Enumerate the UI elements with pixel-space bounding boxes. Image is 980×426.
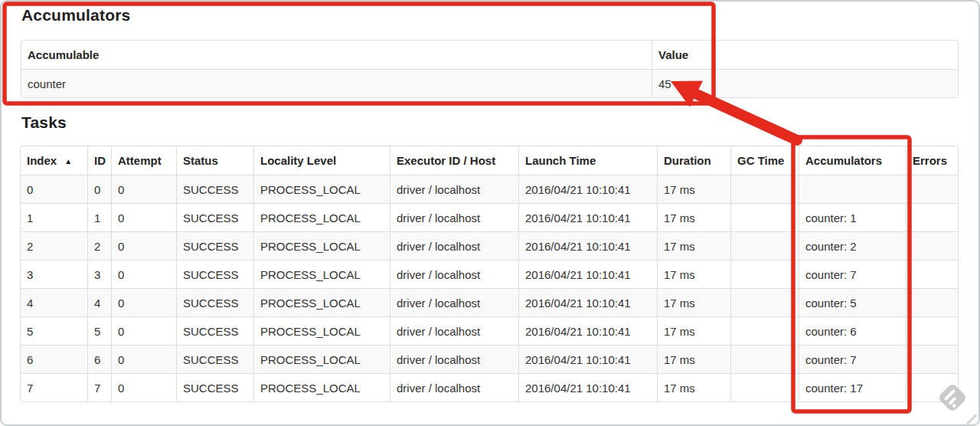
table-cell: 0 (87, 175, 111, 203)
column-header-status[interactable]: Status (176, 146, 253, 175)
table-cell: counter (21, 69, 652, 97)
corner-resize-mark (966, 414, 978, 425)
table-cell (906, 260, 958, 288)
table-cell: driver / localhost (390, 373, 518, 401)
column-label: ID (94, 154, 106, 167)
column-header-duration[interactable]: Duration (657, 146, 730, 175)
table-cell: SUCCESS (176, 288, 253, 316)
table-cell: SUCCESS (176, 231, 253, 260)
column-header-executor-id-host[interactable]: Executor ID / Host (390, 146, 518, 175)
table-cell: 4 (87, 288, 111, 316)
table-cell: 0 (111, 231, 176, 260)
table-cell: 6 (87, 345, 111, 373)
table-cell (799, 175, 906, 203)
table-cell: 4 (21, 288, 87, 316)
table-cell: 2016/04/21 10:10:41 (518, 288, 657, 316)
table-cell: counter: 2 (799, 231, 906, 260)
table-cell (906, 231, 958, 260)
table-cell: SUCCESS (176, 345, 253, 373)
table-cell: counter: 7 (799, 345, 906, 373)
table-row: 330SUCCESSPROCESS_LOCALdriver / localhos… (21, 260, 958, 288)
table-cell: 7 (21, 373, 87, 401)
table-cell: 0 (111, 345, 176, 373)
accumulators-heading: Accumulators (21, 6, 130, 25)
column-header-launch-time[interactable]: Launch Time (518, 146, 657, 175)
table-cell: 5 (21, 316, 87, 345)
table-cell: driver / localhost (390, 260, 518, 288)
table-cell: 45 (652, 69, 958, 97)
table-cell (730, 203, 799, 231)
column-label: Accumulators (805, 154, 882, 167)
accumulators-table-body: counter45 (21, 69, 958, 97)
table-cell: driver / localhost (390, 316, 518, 345)
column-label: Status (183, 154, 218, 167)
table-cell: SUCCESS (176, 373, 253, 401)
table-cell: counter: 7 (799, 260, 906, 288)
table-cell: 2016/04/21 10:10:41 (518, 231, 657, 260)
table-cell: 6 (21, 345, 87, 373)
table-cell: SUCCESS (176, 316, 253, 345)
column-header-id[interactable]: ID (87, 146, 111, 175)
column-label: Accumulable (28, 48, 99, 61)
table-cell: 2016/04/21 10:10:41 (518, 203, 657, 231)
tasks-heading: Tasks (21, 113, 67, 132)
table-cell (730, 260, 799, 288)
column-label: Executor ID / Host (397, 154, 495, 167)
table-cell (730, 231, 799, 260)
table-cell: 17 ms (657, 288, 730, 316)
table-row: counter45 (21, 69, 958, 97)
header-row: Index▲IDAttemptStatusLocality LevelExecu… (21, 146, 958, 175)
table-cell (906, 203, 958, 231)
column-header-locality-level[interactable]: Locality Level (253, 146, 390, 175)
table-cell: 1 (21, 203, 87, 231)
table-cell: PROCESS_LOCAL (253, 203, 390, 231)
table-cell: 17 ms (657, 345, 730, 373)
spark-stage-page: { "page": { "accumulators_section": { "t… (0, 0, 980, 426)
table-cell: PROCESS_LOCAL (253, 260, 390, 288)
table-cell: 0 (111, 175, 176, 203)
column-header-errors[interactable]: Errors (906, 146, 958, 175)
table-cell: PROCESS_LOCAL (253, 175, 390, 203)
column-label: Index (27, 154, 57, 167)
column-label: Duration (664, 154, 711, 167)
table-cell: 2 (87, 231, 111, 260)
table-row: 220SUCCESSPROCESS_LOCALdriver / localhos… (21, 231, 958, 260)
column-label: GC Time (737, 154, 784, 167)
table-cell: 2016/04/21 10:10:41 (518, 175, 657, 203)
column-header-index[interactable]: Index▲ (21, 146, 87, 175)
table-cell: driver / localhost (390, 175, 518, 203)
table-cell: driver / localhost (390, 203, 518, 231)
table-cell: counter: 5 (799, 288, 906, 316)
table-cell: 17 ms (657, 231, 730, 260)
table-cell: PROCESS_LOCAL (253, 373, 390, 401)
table-cell: 17 ms (657, 373, 730, 401)
accumulators-table-head: AccumulableValue (21, 41, 958, 69)
table-cell: 2016/04/21 10:10:41 (518, 316, 657, 345)
table-cell: 5 (87, 316, 111, 345)
table-cell: 17 ms (657, 203, 730, 231)
table-cell: PROCESS_LOCAL (253, 231, 390, 260)
table-cell: SUCCESS (176, 260, 253, 288)
table-cell (906, 316, 958, 345)
table-cell: 0 (111, 288, 176, 316)
table-cell: 17 ms (657, 175, 730, 203)
table-cell: 17 ms (657, 316, 730, 345)
table-cell: 0 (111, 203, 176, 231)
column-label: Errors (913, 154, 947, 167)
table-row: 550SUCCESSPROCESS_LOCALdriver / localhos… (21, 316, 958, 345)
table-cell: 0 (111, 260, 176, 288)
table-row: 770SUCCESSPROCESS_LOCALdriver / localhos… (21, 373, 958, 401)
table-cell (730, 345, 799, 373)
sort-ascending-icon: ▲ (64, 157, 72, 165)
column-label: Value (658, 48, 688, 61)
table-cell: 2016/04/21 10:10:41 (518, 345, 657, 373)
table-cell: 2 (21, 231, 87, 260)
column-header-gc-time[interactable]: GC Time (730, 146, 799, 175)
column-header-attempt[interactable]: Attempt (111, 146, 176, 175)
table-cell: 7 (87, 373, 111, 401)
column-header-accumulable: Accumulable (21, 41, 652, 69)
column-header-accumulators[interactable]: Accumulators (799, 146, 906, 175)
table-cell: 1 (87, 203, 111, 231)
table-cell: PROCESS_LOCAL (253, 345, 390, 373)
table-cell: 2016/04/21 10:10:41 (518, 260, 657, 288)
